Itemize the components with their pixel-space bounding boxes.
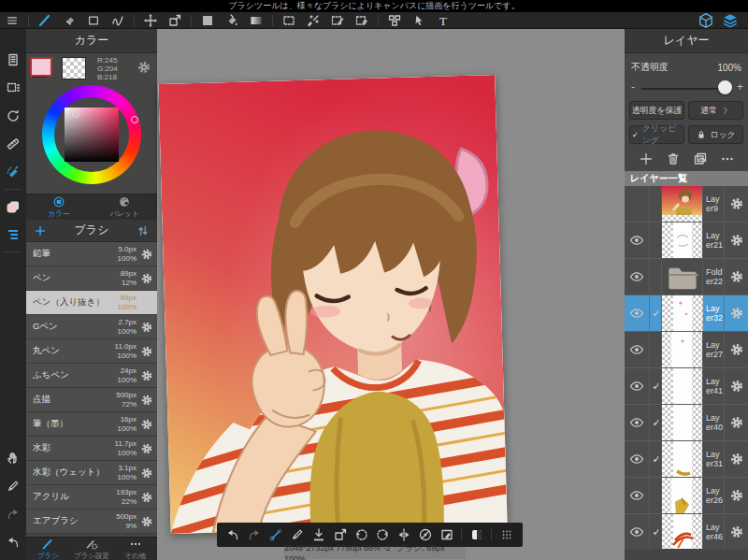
move-tool-button[interactable]	[138, 12, 163, 29]
pages-button[interactable]	[0, 46, 26, 74]
pen-cursor-button[interactable]	[0, 472, 26, 500]
hue-cursor[interactable]	[131, 116, 138, 123]
layer-row[interactable]: Layer31	[625, 441, 748, 478]
tab-other[interactable]: その他	[113, 538, 157, 560]
brush-settings-gear-icon[interactable]	[140, 418, 153, 431]
primary-color-swatch[interactable]	[30, 57, 52, 77]
brush-settings-gear-icon[interactable]	[140, 248, 153, 261]
visibility-cell[interactable]	[625, 223, 650, 258]
layer-settings-gear-icon[interactable]	[729, 233, 744, 248]
grid-handle[interactable]	[496, 524, 517, 546]
smudge-tool-button[interactable]	[106, 12, 130, 29]
layer-settings-gear-icon[interactable]	[729, 269, 744, 284]
brush-settings-gear-icon[interactable]	[140, 369, 153, 382]
layer-row[interactable]: Layer27	[625, 332, 748, 368]
brush-settings-gear-icon[interactable]	[140, 296, 153, 309]
undo-button[interactable]	[223, 524, 244, 546]
protect-alpha-button[interactable]: 透明度を保護	[629, 101, 684, 120]
transform-tool-button[interactable]	[163, 12, 187, 29]
canvas-artwork[interactable]	[158, 75, 507, 534]
add-layer-icon[interactable]	[639, 151, 654, 166]
brush-item[interactable]: 水彩（ウェット）3.1px100%	[26, 461, 157, 485]
visibility-cell[interactable]	[625, 186, 650, 222]
asset-list-button[interactable]	[0, 221, 26, 249]
layer-row[interactable]: Layer40	[625, 405, 748, 441]
layer-settings-gear-icon[interactable]	[729, 488, 744, 503]
clipping-button[interactable]: クリッピング	[629, 125, 684, 144]
visibility-cell[interactable]	[625, 259, 650, 294]
ruler-button[interactable]	[0, 130, 26, 158]
redo-button[interactable]	[244, 524, 266, 546]
brush-settings-gear-icon[interactable]	[140, 394, 153, 407]
brush-item[interactable]: ペン89px12%	[26, 266, 157, 291]
sv-cursor[interactable]	[72, 110, 79, 118]
layer-row[interactable]: Layer21	[625, 223, 748, 259]
eraser-tool-button[interactable]	[57, 12, 81, 29]
layers-panel-button[interactable]	[718, 12, 742, 29]
opacity-minus[interactable]: -	[631, 80, 635, 93]
brush-item[interactable]: 点描500px72%	[26, 388, 157, 412]
layer-row[interactable]: Layer9	[625, 186, 748, 223]
sidebar-redo-button[interactable]	[0, 500, 26, 528]
color-wheel[interactable]	[26, 85, 157, 194]
magic-wand-button[interactable]	[301, 12, 325, 29]
layer-settings-gear-icon[interactable]	[729, 524, 744, 539]
text-tool-button[interactable]: T	[431, 12, 455, 29]
brush-settings-gear-icon[interactable]	[140, 272, 153, 285]
visibility-cell[interactable]	[625, 478, 650, 513]
brush-item[interactable]: 鉛筆5.0px100%	[26, 242, 157, 266]
blend-mode-button[interactable]: 通常	[688, 101, 743, 120]
visibility-cell[interactable]	[625, 405, 650, 440]
material-3d-button[interactable]	[694, 12, 718, 29]
visibility-cell[interactable]	[625, 441, 650, 477]
layer-row[interactable]: Layer26	[625, 478, 748, 514]
brush-item[interactable]: ふちペン24px100%	[26, 364, 157, 388]
visibility-cell[interactable]	[625, 514, 650, 549]
visibility-cell[interactable]	[625, 295, 650, 331]
brush-item[interactable]: Gペン2.7px100%	[26, 315, 157, 339]
sidebar-undo-button[interactable]	[0, 528, 26, 556]
bucket-tool-button[interactable]	[220, 12, 244, 29]
brush-settings-gear-icon[interactable]	[140, 491, 153, 504]
shape-tool-button[interactable]	[81, 12, 106, 29]
foreground-color-button[interactable]	[195, 12, 220, 29]
brush-item-selected[interactable]: ペン（入り抜き）69px100%	[26, 291, 157, 315]
layer-settings-gear-icon[interactable]	[729, 379, 744, 394]
tab-palette[interactable]: パレット	[92, 194, 157, 220]
select-eraser-button[interactable]	[350, 12, 374, 29]
brush-settings-gear-icon[interactable]	[140, 467, 153, 480]
layer-settings-gear-icon[interactable]	[729, 306, 744, 321]
reset-view-button[interactable]	[0, 102, 26, 130]
layer-settings-gear-icon[interactable]	[729, 452, 744, 467]
brush-item[interactable]: 水彩11.7px100%	[26, 437, 157, 461]
layer-row[interactable]: Layer46	[625, 514, 748, 549]
opacity-plus[interactable]: +	[737, 80, 743, 93]
visibility-cell[interactable]	[625, 332, 650, 367]
add-brush-icon[interactable]	[34, 224, 47, 237]
gradient-tool-button[interactable]	[244, 12, 268, 29]
color-settings-gear-icon[interactable]	[137, 60, 151, 75]
layer-settings-gear-icon[interactable]	[729, 415, 744, 430]
layer-row-selected[interactable]: Layer32	[625, 295, 748, 332]
more-layer-options-icon[interactable]	[720, 151, 735, 166]
hand-tool-button[interactable]	[0, 444, 26, 472]
slider-knob[interactable]	[718, 80, 732, 94]
brush-settings-gear-icon[interactable]	[140, 321, 153, 334]
opacity-slider[interactable]: - +	[625, 78, 748, 98]
visibility-cell[interactable]	[625, 368, 650, 404]
delete-layer-icon[interactable]	[666, 151, 681, 166]
folder-row[interactable]: Folder22	[625, 259, 748, 295]
tab-brush[interactable]: ブラシ	[26, 538, 70, 560]
brush-item[interactable]: 丸ペン11.0px100%	[26, 339, 157, 364]
brush-item[interactable]: エアブラシ500px9%	[26, 510, 157, 534]
split-view-button[interactable]	[382, 12, 407, 29]
duplicate-layer-icon[interactable]	[693, 151, 708, 166]
tab-brush-settings[interactable]: ブラシ設定	[70, 538, 114, 560]
transparent-color-swatch[interactable]	[62, 57, 86, 79]
swatches-button[interactable]	[0, 193, 26, 221]
select-pen-button[interactable]	[325, 12, 350, 29]
layer-settings-gear-icon[interactable]	[729, 342, 744, 357]
lock-button[interactable]: ロック	[688, 125, 743, 144]
brush-item[interactable]: アクリル193px22%	[26, 485, 157, 510]
layer-settings-gear-icon[interactable]	[729, 196, 744, 211]
